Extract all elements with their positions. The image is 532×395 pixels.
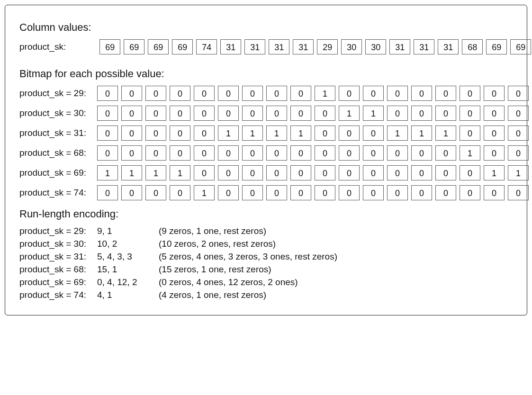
bitmap-cell: 1 [218, 126, 239, 141]
rle-note: (10 zeros, 2 ones, rest zeros) [159, 239, 276, 249]
bitmap-cell: 0 [266, 106, 287, 121]
section-title-column-values: Column values: [19, 21, 513, 34]
column-value-cell: 69 [99, 39, 120, 54]
bitmap-cell: 0 [411, 185, 432, 200]
bitmap-cell: 1 [339, 106, 360, 121]
bitmap-cell: 0 [194, 126, 215, 141]
bitmap-cell: 0 [387, 106, 408, 121]
bitmap-cell: 1 [387, 126, 408, 141]
column-value-cell: 31 [220, 39, 241, 54]
bitmap-cell: 0 [435, 86, 456, 101]
bitmap-cell: 0 [242, 106, 263, 121]
bitmap-cell: 1 [508, 165, 529, 180]
bitmap-cells: 000010000000000000 [97, 185, 532, 200]
bitmap-cell: 0 [290, 165, 311, 180]
bitmap-cell: 0 [315, 185, 335, 200]
bitmap-cell: 0 [484, 145, 505, 161]
bitmap-cell: 0 [387, 185, 408, 200]
bitmap-cell: 0 [97, 145, 118, 161]
bitmap-cell: 0 [266, 165, 287, 180]
bitmap-cell: 0 [266, 145, 287, 161]
bitmap-cells: 000001111000111000 [97, 126, 532, 141]
bitmap-cell: 0 [484, 86, 505, 101]
bitmap-cell: 0 [145, 86, 166, 101]
column-values-label: product_sk: [19, 42, 97, 52]
bitmap-cell: 1 [435, 126, 456, 141]
bitmap-cell: 0 [411, 106, 432, 121]
rle-note: (15 zeros, 1 one, rest zeros) [159, 264, 271, 275]
rle-row: product_sk = 68:15, 1(15 zeros, 1 one, r… [19, 264, 513, 275]
bitmap-cell: 1 [170, 165, 190, 180]
bitmap-cell: 1 [121, 165, 142, 180]
bitmap-cell: 0 [97, 106, 118, 121]
bitmap-cell: 1 [411, 126, 432, 141]
bitmap-cell: 0 [218, 145, 239, 161]
bitmap-cell: 1 [266, 126, 287, 141]
bitmap-cell: 0 [387, 165, 408, 180]
rle-row-label: product_sk = 29: [19, 226, 97, 236]
bitmap-cell: 0 [121, 106, 142, 121]
bitmap-row: product_sk = 31:000001111000111000 [19, 126, 513, 141]
bitmap-cell: 0 [290, 86, 311, 101]
bitmap-cell: 1 [242, 126, 263, 141]
rle-row: product_sk = 69:0, 4, 12, 2(0 zeros, 4 o… [19, 277, 513, 287]
bitmap-cell: 0 [218, 185, 239, 200]
bitmap-cell: 1 [194, 185, 215, 200]
bitmap-cell: 0 [411, 165, 432, 180]
bitmap-row: product_sk = 29:000000000100000000 [19, 86, 513, 101]
bitmap-cells: 111100000000000011 [97, 165, 532, 180]
bitmap-cell: 0 [97, 86, 118, 101]
bitmap-row-label: product_sk = 30: [19, 108, 97, 118]
rle-row-label: product_sk = 69: [19, 277, 97, 287]
column-value-cell: 31 [414, 39, 434, 54]
bitmap-cell: 0 [363, 145, 384, 161]
bitmap-cell: 0 [411, 86, 432, 101]
bitmap-row: product_sk = 69:111100000000000011 [19, 165, 513, 180]
bitmap-cell: 0 [460, 165, 480, 180]
bitmap-cell: 0 [97, 126, 118, 141]
column-value-cell: 30 [341, 39, 362, 54]
bitmap-cell: 0 [435, 185, 456, 200]
bitmap-cell: 0 [97, 185, 118, 200]
column-value-cell: 69 [124, 39, 144, 54]
column-value-cell: 30 [365, 39, 386, 54]
bitmap-cells: 000000000011000000 [97, 106, 532, 121]
bitmap-cell: 0 [145, 126, 166, 141]
bitmap-row-label: product_sk = 29: [19, 88, 97, 99]
bitmap-cell: 0 [218, 86, 239, 101]
column-value-cell: 68 [462, 39, 483, 54]
bitmap-cell: 0 [435, 165, 456, 180]
rle-row: product_sk = 30:10, 2(10 zeros, 2 ones, … [19, 239, 513, 249]
bitmap-cell: 0 [363, 185, 384, 200]
bitmap-cell: 0 [387, 86, 408, 101]
bitmap-cell: 0 [242, 86, 263, 101]
bitmap-rows: product_sk = 29:000000000100000000produc… [19, 86, 513, 200]
bitmap-cell: 0 [315, 165, 335, 180]
rle-code: 9, 1 [97, 226, 159, 236]
bitmap-cell: 0 [339, 126, 360, 141]
bitmap-cell: 0 [387, 145, 408, 161]
column-value-cell: 69 [148, 39, 169, 54]
rle-note: (4 zeros, 1 one, rest zeros) [159, 290, 266, 300]
bitmap-cell: 0 [145, 145, 166, 161]
rle-note: (5 zeros, 4 ones, 3 zeros, 3 ones, rest … [159, 251, 337, 262]
bitmap-cell: 0 [290, 106, 311, 121]
rle-code: 4, 1 [97, 290, 159, 300]
bitmap-row-label: product_sk = 31: [19, 128, 97, 138]
bitmap-cell: 0 [435, 106, 456, 121]
column-value-cell: 69 [172, 39, 193, 54]
rle-row: product_sk = 74:4, 1(4 zeros, 1 one, res… [19, 290, 513, 300]
bitmap-cell: 0 [484, 126, 505, 141]
bitmap-cell: 0 [170, 126, 190, 141]
bitmap-cell: 0 [508, 185, 529, 200]
bitmap-cell: 0 [266, 185, 287, 200]
bitmap-cell: 0 [290, 145, 311, 161]
section-title-rle: Run-length encoding: [19, 208, 513, 220]
rle-row: product_sk = 29:9, 1(9 zeros, 1 one, res… [19, 226, 513, 236]
column-value-cell: 31 [389, 39, 410, 54]
bitmap-cell: 0 [460, 106, 480, 121]
bitmap-cells: 000000000100000000 [97, 86, 532, 101]
bitmap-cells: 000000000000000100 [97, 145, 532, 161]
bitmap-cell: 0 [218, 106, 239, 121]
bitmap-cell: 0 [170, 106, 190, 121]
